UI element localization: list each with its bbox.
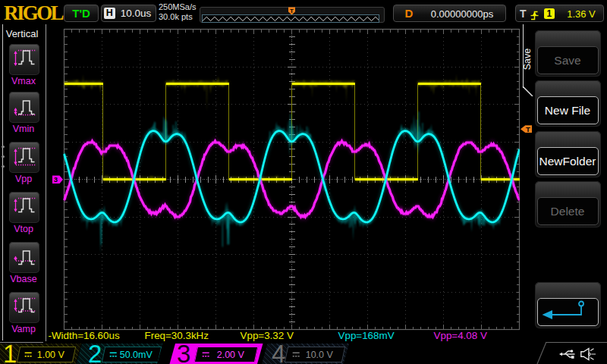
svg-text:T: T [526,125,530,133]
svg-text:T: T [290,8,294,14]
svg-text:3: 3 [54,175,58,184]
